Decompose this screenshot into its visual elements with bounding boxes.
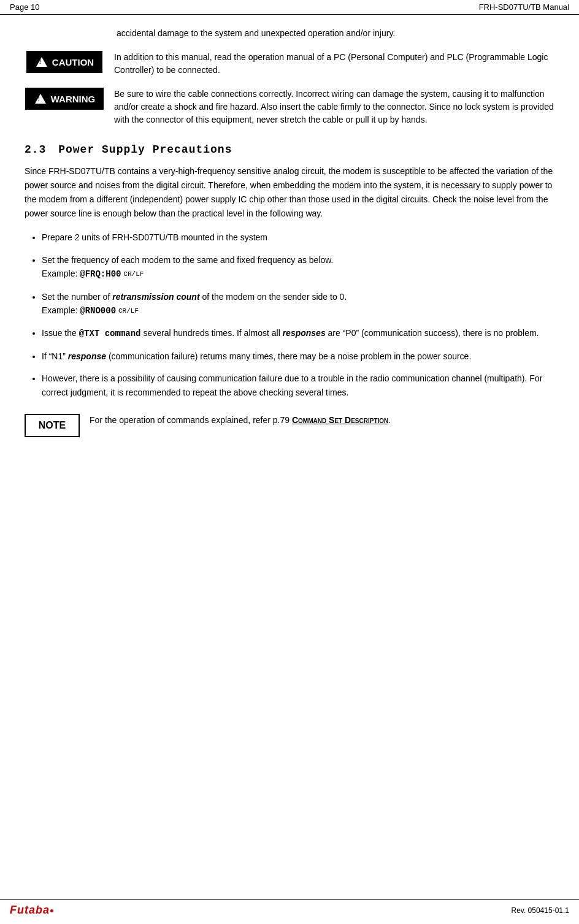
list-item: Set the number of retransmission count o… (42, 290, 554, 318)
code-frq: @FRQ:H00 (80, 269, 121, 279)
caution-text: In addition to this manual, read the ope… (114, 51, 554, 77)
page-number: Page 10 (10, 2, 39, 12)
warning-triangle-icon (34, 93, 47, 105)
warning-badge: WARNING (25, 88, 104, 110)
list-item: Prepare 2 units of FRH-SD07TU/TB mounted… (42, 231, 554, 244)
rev-number: Rev. 050415-01.1 (511, 906, 569, 915)
note-row: NOTE For the operation of commands expla… (25, 414, 554, 437)
code-txt: @TXT command (79, 329, 141, 338)
list-item: However, there is a possibility of causi… (42, 372, 554, 399)
warning-badge-box: WARNING (25, 88, 104, 110)
bullet-text-6: However, there is a possibility of causi… (42, 373, 542, 397)
crlf-2: CR/LF (118, 307, 139, 314)
bullet-text-3: Set the number of retransmission count o… (42, 292, 347, 302)
warning-row: WARNING Be sure to wire the cable connec… (25, 88, 554, 126)
note-text-prefix: For the operation of commands explained,… (90, 415, 292, 425)
bullet-text-2: Set the frequency of each modem to the s… (42, 255, 334, 265)
caution-badge: CAUTION (25, 51, 104, 73)
bullet-text-1: Prepare 2 units of FRH-SD07TU/TB mounted… (42, 232, 267, 242)
caution-row: CAUTION In addition to this manual, read… (25, 51, 554, 77)
section-title: Power Supply Precautions (58, 143, 232, 156)
bullet-text-4: Issue the @TXT command several hundreds … (42, 328, 539, 338)
caution-badge-box: CAUTION (26, 51, 102, 73)
note-link[interactable]: Command Set Description (292, 415, 388, 425)
doc-title: FRH-SD07TU/TB Manual (479, 2, 569, 12)
italic-responses: responses (283, 328, 326, 338)
section-number: 2.3 (25, 143, 46, 156)
list-item: Set the frequency of each modem to the s… (42, 253, 554, 281)
note-badge: NOTE (25, 414, 80, 437)
note-text-suffix: . (388, 415, 391, 425)
code-rno: @RNO000 (80, 306, 116, 316)
futaba-logo: Futaba (10, 904, 53, 917)
note-text: For the operation of commands explained,… (90, 414, 554, 427)
intro-text: accidental damage to the system and unex… (117, 27, 554, 40)
italic-retransmission: retransmission count (112, 292, 199, 302)
bullet-example-3: Example: @RNO000 CR/LF (42, 305, 139, 315)
page-header: Page 10 FRH-SD07TU/TB Manual (0, 0, 579, 15)
bullet-example-2: Example: @FRQ:H00 CR/LF (42, 269, 144, 278)
page-footer: Futaba Rev. 050415-01.1 (0, 899, 579, 917)
warning-label: WARNING (51, 94, 96, 104)
bullet-list: Prepare 2 units of FRH-SD07TU/TB mounted… (42, 231, 554, 399)
bullet-text-5: If “N1” response (communication failure)… (42, 351, 471, 361)
section-heading: 2.3 Power Supply Precautions (25, 143, 554, 156)
caution-triangle-icon (35, 56, 48, 68)
page-content: accidental damage to the system and unex… (0, 15, 579, 479)
logo-text: Futaba (10, 904, 50, 916)
list-item: Issue the @TXT command several hundreds … (42, 326, 554, 340)
section-body: Since FRH-SD07TU/TB contains a very-high… (25, 164, 554, 221)
italic-response: response (68, 351, 106, 361)
caution-label: CAUTION (52, 57, 94, 67)
crlf-1: CR/LF (123, 270, 144, 278)
list-item: If “N1” response (communication failure)… (42, 349, 554, 363)
logo-dot (50, 909, 53, 912)
warning-text: Be sure to wire the cable connections co… (114, 88, 554, 126)
